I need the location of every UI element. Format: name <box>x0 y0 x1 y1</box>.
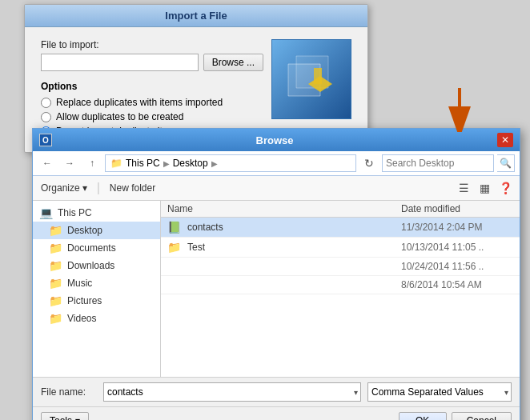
arrow-indicator <box>444 84 476 134</box>
new-folder-button[interactable]: New folder <box>106 181 159 195</box>
new-folder-label: New folder <box>110 182 155 194</box>
address-breadcrumb[interactable]: 📁 This PC ▶ Desktop ▶ <box>105 154 356 172</box>
filetype-wrapper: Comma Separated Values ▾ <box>367 382 512 402</box>
outlook-icon: O <box>39 134 52 146</box>
desktop-folder-icon: 📁 <box>49 224 62 237</box>
music-folder-icon: 📁 <box>49 277 62 290</box>
view-details-button[interactable]: ☰ <box>454 179 473 197</box>
view-icons: ☰ ▦ ❓ <box>454 179 515 197</box>
sidebar-label-downloads: Downloads <box>67 260 114 271</box>
this-pc-icon: 💻 <box>39 206 53 219</box>
browse-titlebar-left: O <box>39 134 52 146</box>
back-button[interactable]: ← <box>38 154 57 172</box>
browse-dialog-title: Browse <box>52 134 497 146</box>
tools-button[interactable]: Tools ▾ <box>41 412 89 420</box>
column-date-modified: Date modified <box>401 203 513 214</box>
file-row-test[interactable]: 📁 Test 10/13/2014 11:05 .. <box>161 238 520 258</box>
buttons-bar: Tools ▾ OK Cancel <box>33 406 520 420</box>
forward-button[interactable]: → <box>60 154 79 172</box>
close-button[interactable]: ✕ <box>497 133 513 147</box>
radio-replace-label: Replace duplicates with items imported <box>56 97 223 108</box>
sidebar-item-documents[interactable]: 📁 Documents <box>33 239 160 257</box>
desktop-breadcrumb: Desktop <box>173 158 208 169</box>
sidebar-label-videos: Videos <box>67 313 96 324</box>
browse-button[interactable]: Browse ... <box>203 54 263 71</box>
documents-folder-icon: 📁 <box>49 242 62 254</box>
downloads-folder-icon: 📁 <box>49 259 62 272</box>
browse-sidebar: 💻 This PC 📁 Desktop 📁 Documents 📁 Downlo… <box>33 201 161 377</box>
up-button[interactable]: ↑ <box>82 154 102 172</box>
sidebar-item-pictures[interactable]: 📁 Pictures <box>33 292 160 310</box>
sidebar-label-pictures: Pictures <box>67 295 102 306</box>
column-name: Name <box>167 203 401 214</box>
svg-marker-4 <box>314 68 322 84</box>
sidebar-label-this-pc: This PC <box>58 207 92 218</box>
test-folder-icon: 📁 <box>167 241 181 254</box>
help-button[interactable]: ❓ <box>496 179 515 197</box>
contacts-file-icon: 📗 <box>167 221 181 234</box>
filename-select[interactable]: contacts <box>103 382 361 402</box>
filelist-header: Name Date modified <box>161 201 520 218</box>
import-dialog-title: Import a File <box>165 10 227 22</box>
pictures-folder-icon: 📁 <box>49 294 62 307</box>
sidebar-item-desktop[interactable]: 📁 Desktop <box>33 222 160 239</box>
sidebar-item-downloads[interactable]: 📁 Downloads <box>33 257 160 274</box>
file-row-4[interactable]: 8/6/2014 10:54 AM <box>161 276 520 294</box>
breadcrumb-arrow-2: ▶ <box>211 159 218 168</box>
breadcrumb-arrow-1: ▶ <box>163 159 170 168</box>
test-file-name: Test <box>187 242 401 253</box>
contacts-file-name: contacts <box>187 222 401 233</box>
filetype-select[interactable]: Comma Separated Values <box>367 382 512 402</box>
import-dialog-titlebar: Import a File <box>25 5 367 27</box>
sidebar-label-music: Music <box>67 278 92 289</box>
sidebar-item-music[interactable]: 📁 Music <box>33 274 160 292</box>
filename-input-wrapper: contacts ▾ <box>103 382 361 402</box>
ok-button[interactable]: OK <box>399 412 447 420</box>
search-input[interactable] <box>382 154 494 172</box>
search-icon: 🔍 <box>497 154 515 172</box>
organize-button[interactable]: Organize ▾ <box>38 181 90 195</box>
toolbar-separator: | <box>97 181 100 195</box>
this-pc-breadcrumb: This PC <box>126 158 160 169</box>
organize-arrow-icon: ▾ <box>82 182 87 194</box>
file-row-contacts[interactable]: 📗 contacts 11/3/2014 2:04 PM <box>161 218 520 238</box>
file-to-import-input[interactable] <box>41 54 199 71</box>
radio-allow-label: Allow duplicates to be created <box>56 111 183 122</box>
filename-bar: File name: contacts ▾ Comma Separated Va… <box>33 377 520 406</box>
browse-main: 💻 This PC 📁 Desktop 📁 Documents 📁 Downlo… <box>33 201 520 377</box>
file-row-3[interactable]: 10/24/2014 11:56 .. <box>161 258 520 276</box>
videos-folder-icon: 📁 <box>49 312 62 325</box>
view-list-button[interactable]: ▦ <box>475 179 494 197</box>
import-logo <box>271 39 351 119</box>
sidebar-item-this-pc[interactable]: 💻 This PC <box>33 204 160 222</box>
radio-allow-duplicates[interactable]: Allow duplicates to be created <box>41 111 263 122</box>
tools-label: Tools <box>50 415 72 420</box>
import-file-row: Browse ... <box>41 54 263 71</box>
organize-label: Organize <box>41 182 80 194</box>
sidebar-label-desktop: Desktop <box>67 225 102 236</box>
folder-icon-breadcrumb: 📁 <box>110 158 122 169</box>
browse-toolbar: Organize ▾ | New folder ☰ ▦ ❓ <box>33 176 520 201</box>
radio-replace-duplicates[interactable]: Replace duplicates with items imported <box>41 97 263 108</box>
browse-filelist: Name Date modified 📗 contacts 11/3/2014 … <box>161 201 520 377</box>
refresh-button[interactable]: ↻ <box>359 154 379 172</box>
filename-label: File name: <box>41 386 97 398</box>
contacts-file-date: 11/3/2014 2:04 PM <box>401 222 513 233</box>
sidebar-label-documents: Documents <box>67 242 116 254</box>
sidebar-item-videos[interactable]: 📁 Videos <box>33 310 160 327</box>
test-file-date: 10/13/2014 11:05 .. <box>401 242 513 253</box>
cancel-button[interactable]: Cancel <box>452 412 512 420</box>
tools-arrow-icon: ▾ <box>75 415 80 420</box>
browse-dialog: O Browse ✕ ← → ↑ 📁 This PC ▶ Desktop ▶ ↻… <box>32 128 520 420</box>
file3-date: 10/24/2014 11:56 .. <box>401 261 513 272</box>
file4-date: 8/6/2014 10:54 AM <box>401 279 513 290</box>
address-bar: ← → ↑ 📁 This PC ▶ Desktop ▶ ↻ 🔍 <box>33 151 520 176</box>
